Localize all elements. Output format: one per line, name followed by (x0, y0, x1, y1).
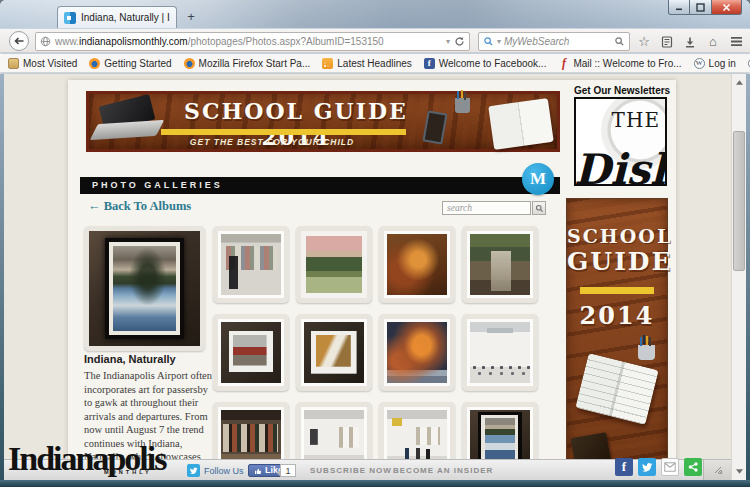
monogram-logo[interactable]: M (522, 163, 554, 195)
window-titlebar[interactable]: Indiana, Naturally | Indianapoli... + (0, 0, 750, 28)
toolbar-icons: ☆ ⌂ (636, 32, 744, 51)
pencil-cup-icon (455, 98, 470, 113)
browser-window: Indiana, Naturally | Indianapoli... + ww… (0, 0, 750, 487)
window-frame-bottom (0, 480, 750, 487)
email-share-button[interactable] (661, 458, 679, 476)
facebook-icon: f (424, 58, 435, 69)
mail-icon: f (558, 58, 569, 69)
navigation-toolbar: www.indianapolismonthly.com/photopages/P… (0, 28, 750, 53)
the-dish-newsletter-ad[interactable]: THE Dish (574, 97, 667, 186)
thumbs-up-icon (254, 467, 262, 475)
url-dropdown-icon[interactable]: ▾ (446, 37, 450, 46)
tab-title: Indiana, Naturally | Indianapoli... (81, 12, 170, 23)
bookmark-mail[interactable]: fMail :: Welcome to Fro... (558, 58, 681, 69)
ad-underline (580, 287, 654, 294)
reload-icon[interactable] (454, 33, 465, 51)
wordpress-icon: W (694, 58, 705, 69)
maximize-button[interactable] (690, 0, 712, 15)
become-an-insider-link[interactable]: BECOME AN INSIDER (393, 466, 493, 475)
site-favicon-icon (64, 12, 76, 24)
close-button[interactable] (712, 0, 742, 15)
school-guide-banner-ad[interactable]: SCHOOL GUIDE 2014 GET THE BEST FOR YOUR … (86, 91, 560, 152)
thumbnail-grid (213, 226, 538, 479)
search-go-icon[interactable] (614, 33, 625, 51)
twitter-icon (187, 464, 200, 477)
bookmarks-toolbar: Most Visited Getting Started Mozilla Fir… (0, 54, 750, 73)
indianapolis-monthly-logo[interactable]: Indianapolis MONTHLY (8, 442, 165, 476)
window-controls (668, 0, 742, 15)
window-resize-grip[interactable] (703, 460, 731, 480)
thumb-framed-landscape[interactable] (296, 226, 372, 303)
new-tab-button[interactable]: + (183, 9, 199, 25)
album-title: Indiana, Naturally (84, 353, 176, 365)
thumb-framed-red-mill[interactable] (213, 314, 289, 391)
bookmark-most-visited[interactable]: Most Visited (8, 58, 77, 69)
home-icon[interactable]: ⌂ (705, 34, 721, 50)
thumb-airport-terminal[interactable] (462, 314, 538, 391)
share-button[interactable] (684, 458, 702, 476)
minimize-button[interactable] (668, 0, 690, 15)
browser-viewport: SCHOOL GUIDE 2014 GET THE BEST FOR YOUR … (4, 74, 746, 480)
thumb-stream-gorge[interactable] (462, 226, 538, 303)
scroll-down-arrow-icon[interactable] (732, 465, 746, 478)
thumb-sunset-sky[interactable] (379, 314, 455, 391)
downloads-icon[interactable] (682, 34, 698, 50)
section-header: PHOTO GALLERIES (80, 177, 560, 194)
back-to-albums-link[interactable]: ← Back To Albums (88, 199, 191, 214)
twitter-follow-widget[interactable]: Follow Us (187, 464, 244, 477)
back-button[interactable] (9, 31, 29, 51)
window-frame-right (746, 74, 750, 487)
scrollbar-thumb[interactable] (733, 131, 745, 271)
folder-icon (8, 58, 19, 69)
facebook-share-button[interactable]: f (615, 458, 633, 476)
scroll-up-arrow-icon[interactable] (732, 76, 746, 89)
webpage: SCHOOL GUIDE 2014 GET THE BEST FOR YOUR … (68, 80, 676, 480)
gallery-search-input[interactable] (442, 201, 531, 215)
browser-tab[interactable]: Indiana, Naturally | Indianapoli... (57, 6, 177, 28)
twitter-icon (641, 461, 653, 473)
window-frame-left (0, 74, 4, 487)
thumb-framed-waterfall[interactable] (296, 314, 372, 391)
url-bar[interactable]: www.indianapolismonthly.com/photopages/P… (35, 32, 470, 51)
bookmark-getting-started[interactable]: Getting Started (89, 58, 171, 69)
like-count-badge: 1 (280, 464, 296, 477)
gallery-search-button[interactable] (532, 201, 546, 215)
thumb-autumn-forest[interactable] (379, 226, 455, 303)
thumb-gallery-wall-visitor[interactable] (213, 226, 289, 303)
share-icon (687, 461, 699, 473)
globe-icon (40, 33, 51, 51)
banner-underline (161, 129, 406, 135)
feed-icon (322, 58, 333, 69)
menu-icon[interactable] (728, 34, 744, 50)
open-book-icon (488, 98, 554, 150)
url-text: www.indianapolismonthly.com/photopages/P… (55, 36, 442, 47)
page-scrollbar[interactable] (731, 74, 746, 480)
pencil-cup-icon (638, 345, 655, 360)
subscribe-now-link[interactable]: SUBSCRIBE NOW (310, 466, 392, 475)
featured-photo-thumbnail[interactable] (84, 226, 205, 351)
twitter-share-button[interactable] (638, 458, 656, 476)
web-search-bar[interactable]: ▾ (478, 32, 630, 51)
bookmarks-panel-icon[interactable] (659, 34, 675, 50)
firefox-icon (89, 58, 100, 69)
school-guide-sidebar-ad[interactable]: SCHOOL GUIDE 2014 (566, 198, 668, 475)
open-book-icon (575, 353, 658, 425)
bookmark-facebook[interactable]: fWelcome to Facebook... (424, 58, 547, 69)
newsletters-label: Get Our Newsletters (574, 85, 670, 96)
bookmark-latest-headlines[interactable]: Latest Headlines (322, 58, 412, 69)
search-engine-icon[interactable] (483, 33, 494, 51)
web-search-input[interactable] (504, 36, 611, 47)
bookmark-firefox-start[interactable]: Mozilla Firefox Start Pa... (184, 58, 311, 69)
social-buttons: f (615, 458, 702, 476)
firefox-icon (184, 58, 195, 69)
envelope-icon (664, 462, 676, 472)
bookmark-login[interactable]: WLog in (694, 58, 736, 69)
bookmark-star-icon[interactable]: ☆ (636, 34, 652, 50)
search-engine-dropdown-icon[interactable]: ▾ (497, 37, 501, 46)
banner-subtitle: GET THE BEST FOR YOUR CHILD (147, 137, 397, 147)
